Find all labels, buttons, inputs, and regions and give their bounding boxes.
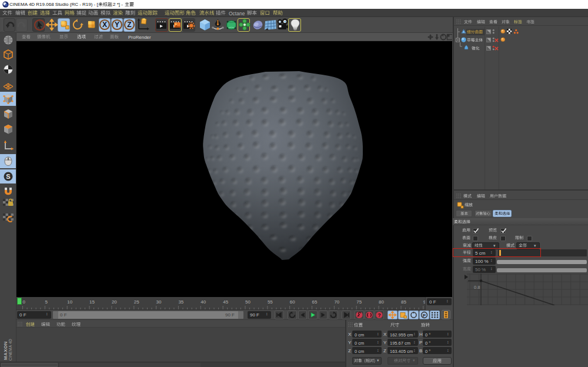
svg-text:65: 65: [312, 299, 318, 305]
svg-text:35: 35: [178, 299, 183, 305]
svg-text:P: P: [423, 313, 426, 318]
svg-text:50: 50: [245, 299, 250, 305]
svg-text:Z: Z: [127, 21, 131, 29]
svg-text:10: 10: [67, 299, 72, 305]
svg-text:60: 60: [290, 299, 295, 305]
svg-text:70: 70: [334, 299, 339, 305]
svg-text:75: 75: [356, 299, 362, 305]
svg-text:80: 80: [379, 299, 384, 305]
svg-text:X: X: [102, 21, 107, 29]
svg-text:S: S: [6, 173, 10, 180]
svg-text:5: 5: [45, 299, 48, 305]
svg-text:45: 45: [223, 299, 228, 305]
svg-text:25: 25: [134, 299, 139, 305]
svg-text:Y: Y: [115, 21, 119, 29]
svg-text:0: 0: [23, 299, 26, 305]
svg-text:15: 15: [89, 299, 95, 305]
svg-text:20: 20: [112, 299, 117, 305]
svg-text:40: 40: [201, 299, 206, 305]
svg-text:30: 30: [156, 299, 162, 305]
svg-text:55: 55: [268, 299, 273, 305]
svg-text:85: 85: [401, 299, 406, 305]
svg-text:?: ?: [377, 312, 380, 318]
